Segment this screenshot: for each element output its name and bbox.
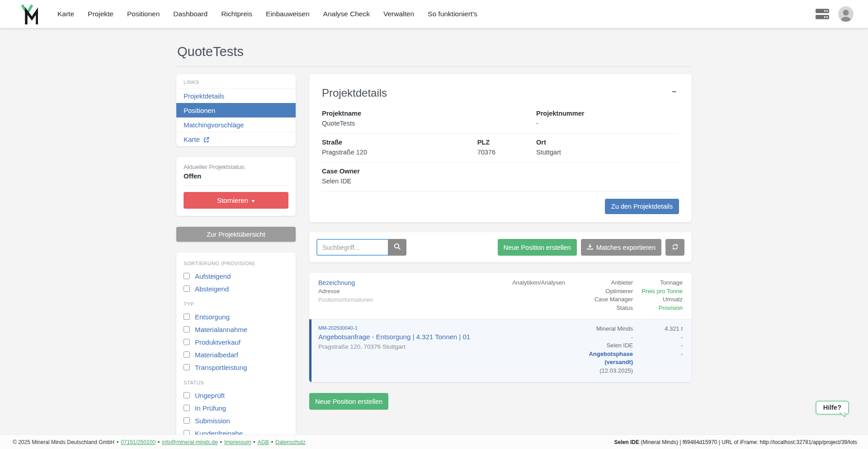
nav-item-verwalten[interactable]: Verwalten [377,6,421,22]
footer: © 2025 Mineral Minds Deutschland GmbH•07… [0,435,868,449]
refresh-button[interactable] [665,239,684,256]
footer-link-datenschutz[interactable]: Datenschutz [275,439,306,445]
nav-item-einbauweisen[interactable]: Einbauweisen [259,6,316,22]
links-card: LINKS ProjektdetailsPositionenMatchingvo… [176,74,296,146]
sidebar-link-matchingvorschläge[interactable]: Matchingvorschläge [176,117,296,132]
field-case-owner: Case Owner Selen IDE [322,167,477,186]
top-navbar: KarteProjektePositionenDashboardRichtpre… [0,0,868,28]
separator: • [253,439,255,445]
field-strasse: Straße Pragstraße 120 [322,138,477,157]
checkbox-entsorgung[interactable] [184,313,190,320]
column-label-provision: Provision [633,304,683,313]
toolbar-card: Neue Position erstellen Matches exportie… [309,232,692,262]
header-value-labels: TonnagePreis pro TonneUmsatzProvision [633,279,683,312]
filter-option-produktverkauf[interactable]: Produktverkauf [176,336,296,348]
checkbox-absteigend[interactable] [184,285,190,292]
checkbox-aufsteigend[interactable] [184,273,190,279]
filter-option-label: Submission [195,417,230,425]
cancel-project-button[interactable]: Stornieren [184,192,288,209]
nav-item-dashboard[interactable]: Dashboard [166,6,214,22]
separator: • [220,439,222,445]
footer-session-rest: (Mineral Minds) | f69484d15970 | URL of … [639,439,857,445]
nav-item-so-funktioniert-s[interactable]: So funktioniert's [421,6,484,22]
export-matches-label: Matches exportieren [596,244,656,251]
checkbox-transportleistung[interactable] [184,364,190,370]
nav-item-analyse-check[interactable]: Analyse Check [316,6,377,22]
filter-group-header: STATUS [176,374,296,389]
user-avatar-icon[interactable] [838,6,854,22]
sidebar-link-label: Matchingvorschläge [184,121,244,129]
filter-option-in-prüfung[interactable]: In Prüfung [176,402,296,414]
create-position-button-bottom[interactable]: Neue Position erstellen [309,393,388,410]
help-bubble-tail [838,412,846,419]
caret-down-icon [251,200,255,202]
footer-link-agb[interactable]: AGB [257,439,269,445]
checkbox-materialannahme[interactable] [184,326,190,332]
export-matches-button[interactable]: Matches exportieren [581,239,661,256]
magnifier-icon [394,243,401,252]
filter-option-transportleistung[interactable]: Transportleistung [176,361,296,374]
footer-session-info: Selen IDE (Mineral Minds) | f69484d15970… [614,439,857,445]
checkbox-ungeprüft[interactable] [184,392,190,398]
filter-option-materialbedarf[interactable]: Materialbedarf [176,348,296,361]
filter-option-label: Produktverkauf [195,338,241,346]
position-id: MM-202500040-1 [318,325,565,331]
filter-option-materialannahme[interactable]: Materialannahme [176,323,296,336]
details-title: Projektdetails [322,87,387,99]
filter-option-aufsteigend[interactable]: Aufsteigend [176,270,296,282]
filter-option-entsorgung[interactable]: Entsorgung [176,310,296,323]
column-label-tonnage: Tonnage [633,279,683,287]
create-position-button[interactable]: Neue Position erstellen [498,239,577,256]
position-row[interactable]: MM-202500040-1Angebotsanfrage - Entsorgu… [309,319,692,382]
footer-links: •07151/250100•info@mineral-minds.de•Impr… [114,439,306,445]
nav-item-positionen[interactable]: Positionen [120,6,166,22]
help-button[interactable]: Hilfe? [816,401,849,415]
plz-value: 70376 [477,148,536,157]
project-status-card: Aktueller Projektstatus: Offen Storniere… [176,157,296,216]
filter-option-ungeprüft[interactable]: Ungeprüft [176,389,296,402]
sidebar-link-projektdetails[interactable]: Projektdetails [176,89,296,103]
mineral-minds-logo[interactable] [21,4,38,27]
projektnummer-value: - [536,119,679,128]
value-line: - [633,333,683,342]
filter-option-submission[interactable]: Submission [176,414,296,427]
help-label: Hilfe? [823,404,841,411]
position-title-link[interactable]: Angebotsanfrage - Entsorgung | 4.321 Ton… [318,332,565,341]
project-overview-button[interactable]: Zur Projektübersicht [176,227,296,242]
goto-project-details-button[interactable]: Zu den Projektdetails [605,199,679,214]
search-button[interactable] [388,239,406,256]
checkbox-in-prüfung[interactable] [184,405,190,411]
footer-link-impressum[interactable]: Impressum [224,439,251,445]
cancel-project-label: Stornieren [217,196,248,204]
filter-option-label: Materialannahme [195,326,247,333]
filter-option-label: Aufsteigend [195,272,231,280]
column-bezeichnung[interactable]: Bezeichnung [318,279,493,287]
filter-groups: SORTIERUNG (PROVISION)AufsteigendAbsteig… [176,254,296,449]
positions-table-card: Bezeichnung Adresse Positionsinformation… [309,273,692,382]
checkbox-materialbedarf[interactable] [184,351,190,358]
sidebar-link-karte[interactable]: Karte [176,132,296,146]
status-value: Offen [184,172,288,180]
filter-option-label: Absteigend [195,285,229,293]
separator: • [158,439,160,445]
checkbox-produktverkauf[interactable] [184,339,190,345]
server-icon[interactable] [816,8,829,20]
column-label-status: Status [565,304,633,313]
column-label-case-manager: Case Manager [565,295,633,304]
checkbox-submission[interactable] [184,417,190,424]
filter-option-absteigend[interactable]: Absteigend [176,282,296,295]
nav-item-projekte[interactable]: Projekte [81,6,120,22]
column-analytiken: Analytiken/Analysen [493,279,565,312]
footer-link-07151-250100[interactable]: 07151/250100 [121,439,156,445]
collapse-card-button[interactable]: – [670,87,679,96]
search-input[interactable] [316,239,388,256]
projektnummer-label: Projektnummer [536,109,679,118]
filter-option-label: Transportleistung [195,364,247,371]
projektname-label: Projektname [322,109,477,118]
footer-link-info-mineral-minds-de[interactable]: info@mineral-minds.de [162,439,218,445]
sidebar-link-positionen[interactable]: Positionen [176,103,296,117]
field-projektname: Projektname QuoteTests [322,109,477,128]
case-owner-value: Selen IDE [322,177,477,186]
nav-item-richtpreis[interactable]: Richtpreis [214,6,259,22]
nav-item-karte[interactable]: Karte [51,6,81,22]
